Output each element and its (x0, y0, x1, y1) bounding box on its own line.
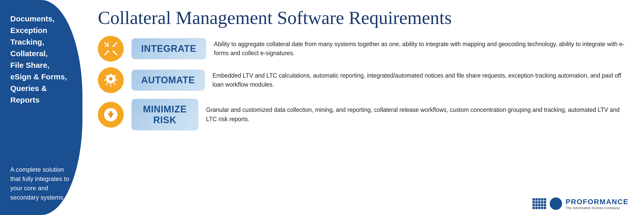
logo-company-name: PROFORMANCE (566, 198, 629, 206)
minimize-risk-badge: MINIMIZE RISK (131, 99, 198, 130)
gear-icon (103, 72, 118, 88)
feature-row-automate: AUTOMATE Embedded LTV and LTC calculatio… (98, 67, 629, 93)
svg-point-12 (109, 77, 113, 81)
arrow-down-circle-icon (103, 107, 118, 122)
sidebar-tagline: A complete solution that fully integrate… (10, 165, 72, 202)
logo-company-tagline: The Information Access Company (566, 206, 629, 210)
automate-badge: AUTOMATE (131, 70, 205, 90)
feature-rows: INTEGRATE Ability to aggregate collatera… (98, 36, 629, 195)
feature-row-integrate: INTEGRATE Ability to aggregate collatera… (98, 36, 629, 62)
logo-circle (550, 197, 562, 210)
logo-grid-decoration (532, 198, 546, 209)
integrate-badge: INTEGRATE (131, 38, 206, 59)
integrate-description: Ability to aggregate collateral date fro… (214, 40, 629, 58)
feature-row-minimize-risk: MINIMIZE RISK Granular and customized da… (98, 99, 629, 130)
main-content: Collateral Management Software Requireme… (82, 0, 644, 215)
sidebar-top: Documents,Exception Tracking,Collateral,… (10, 13, 72, 106)
sidebar-list: Documents,Exception Tracking,Collateral,… (10, 13, 72, 106)
integrate-label: INTEGRATE (141, 43, 196, 54)
automate-label: AUTOMATE (141, 75, 195, 85)
minimize-risk-label: MINIMIZE RISK (143, 104, 187, 125)
sidebar: Documents,Exception Tracking,Collateral,… (0, 0, 82, 215)
minimize-risk-icon-circle (98, 102, 124, 128)
title-area: Collateral Management Software Requireme… (98, 8, 629, 28)
logo-area: PROFORMANCE The Information Access Compa… (98, 195, 629, 210)
automate-description: Embedded LTV and LTC calculations, autom… (213, 71, 629, 89)
logo-text: PROFORMANCE The Information Access Compa… (566, 198, 629, 210)
page-title: Collateral Management Software Requireme… (98, 8, 629, 28)
automate-icon-circle (98, 67, 124, 93)
arrows-icon (103, 41, 118, 56)
svg-rect-15 (110, 111, 112, 114)
minimize-risk-description: Granular and customized data collection,… (206, 105, 629, 124)
integrate-icon-circle (98, 36, 124, 62)
